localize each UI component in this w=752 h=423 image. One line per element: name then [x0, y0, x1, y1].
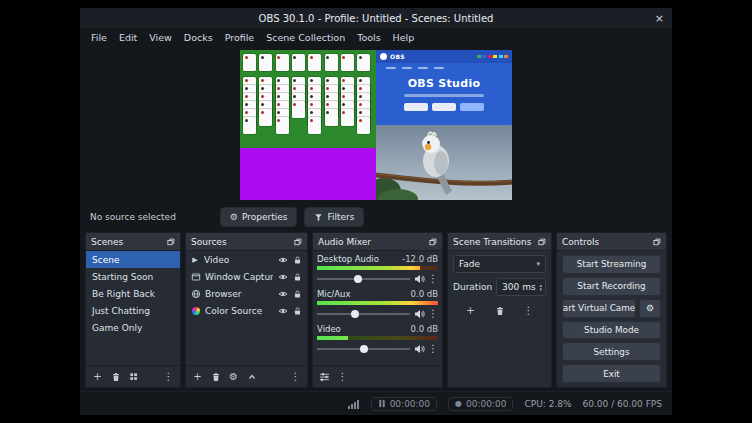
channel-kebab-icon[interactable]: ⋮ — [428, 308, 438, 319]
menu-profile[interactable]: Profile — [219, 30, 261, 45]
source-row-color-source[interactable]: Color Source — [186, 302, 307, 319]
dock-popout-icon[interactable] — [294, 238, 302, 246]
lock-icon[interactable] — [292, 289, 303, 299]
preview-region: OBS OBS Studio — [80, 47, 672, 204]
playing-card — [325, 54, 338, 71]
source-row-browser[interactable]: Browser — [186, 285, 307, 302]
playing-card — [357, 54, 370, 71]
studio-mode-button[interactable]: Studio Mode — [562, 321, 661, 340]
sources-kebab-icon[interactable]: ⋮ — [287, 369, 304, 384]
volume-meter — [317, 336, 438, 340]
scene-grid-mode-icon[interactable] — [125, 369, 142, 384]
dock-popout-icon[interactable] — [538, 238, 546, 246]
channel-volume-db: 0.0 dB — [411, 324, 438, 334]
spin-down-icon[interactable]: ▾ — [539, 287, 542, 291]
solitaire-game-capture — [240, 50, 376, 200]
remove-transition-button[interactable] — [491, 303, 508, 318]
eye-icon[interactable] — [277, 289, 288, 299]
speaker-icon[interactable] — [413, 344, 425, 354]
add-scene-button[interactable]: + — [89, 369, 106, 384]
playing-card — [276, 117, 289, 134]
playing-card — [308, 54, 321, 71]
menu-view[interactable]: View — [143, 30, 178, 45]
scenes-title: Scenes — [91, 237, 123, 247]
slider-handle[interactable] — [354, 275, 362, 283]
recording-timer: ● 00:00:00 — [448, 397, 513, 411]
media-icon: ▶ — [190, 256, 200, 264]
add-source-button[interactable]: + — [189, 369, 206, 384]
start-recording-button[interactable]: Start Recording — [562, 277, 661, 296]
menu-docks[interactable]: Docks — [178, 30, 219, 45]
scenes-kebab-icon[interactable]: ⋮ — [160, 369, 177, 384]
properties-button[interactable]: ⚙ Properties — [220, 207, 298, 227]
pause-icon — [378, 399, 386, 408]
lock-icon[interactable] — [292, 306, 303, 316]
scene-item-starting-soon[interactable]: Starting Soon — [86, 268, 180, 285]
scene-item-game-only[interactable]: Game Only — [86, 319, 180, 336]
scene-item-just-chatting[interactable]: Just Chatting — [86, 302, 180, 319]
source-row-window-capture[interactable]: Window Captur — [186, 268, 307, 285]
eye-icon[interactable] — [277, 255, 288, 265]
playing-card — [341, 109, 354, 126]
channel-kebab-icon[interactable]: ⋮ — [428, 343, 438, 354]
slider-handle[interactable] — [351, 310, 359, 318]
virtual-camera-gear-button[interactable]: ⚙ — [639, 299, 661, 318]
exit-button[interactable]: Exit — [562, 364, 661, 383]
menu-tools[interactable]: Tools — [351, 30, 386, 45]
channel-name: Desktop Audio — [317, 254, 379, 264]
close-button[interactable]: × — [655, 8, 664, 28]
settings-button[interactable]: Settings — [562, 342, 661, 361]
playing-card — [259, 54, 272, 71]
playing-card — [308, 117, 321, 134]
lock-icon[interactable] — [292, 255, 303, 265]
source-properties-gear-icon[interactable]: ⚙ — [225, 369, 242, 384]
preview-canvas[interactable]: OBS OBS Studio — [240, 50, 512, 200]
scene-list: Scene Starting Soon Be Right Back Just C… — [86, 251, 180, 365]
menu-edit[interactable]: Edit — [113, 30, 143, 45]
no-source-selected-label: No source selected — [90, 212, 176, 222]
cpu-usage: CPU: 2.8% — [524, 399, 571, 409]
eye-icon[interactable] — [277, 272, 288, 282]
speaker-icon[interactable] — [413, 274, 425, 284]
remove-scene-button[interactable] — [107, 369, 124, 384]
lock-icon[interactable] — [292, 272, 303, 282]
scene-transitions-panel: Scene Transitions Fade ▾ Duration 300 ms — [447, 232, 552, 388]
channel-kebab-icon[interactable]: ⋮ — [428, 273, 438, 284]
dock-popout-icon[interactable] — [653, 238, 661, 246]
volume-slider[interactable] — [317, 274, 410, 284]
source-list: ▶ Video Window Captur — [186, 251, 307, 365]
remove-source-button[interactable] — [207, 369, 224, 384]
signal-bars-icon — [348, 399, 360, 409]
start-virtual-camera-button[interactable]: Start Virtual Camera — [562, 299, 636, 318]
eye-icon[interactable] — [277, 306, 288, 316]
scene-item-be-right-back[interactable]: Be Right Back — [86, 285, 180, 302]
dock-popout-icon[interactable] — [429, 238, 437, 246]
volume-slider[interactable] — [317, 309, 410, 319]
dock-popout-icon[interactable] — [167, 238, 175, 246]
slider-handle[interactable] — [360, 345, 368, 353]
menu-help[interactable]: Help — [387, 30, 421, 45]
duration-spinner[interactable]: 300 ms ▴ ▾ — [496, 278, 546, 296]
volume-slider[interactable] — [317, 344, 410, 354]
audio-kebab-icon[interactable]: ⋮ — [334, 369, 351, 384]
filters-button[interactable]: Filters — [304, 207, 364, 227]
start-streaming-button[interactable]: Start Streaming — [562, 255, 661, 274]
channel-name: Video — [317, 324, 341, 334]
bird-video-source — [376, 125, 512, 200]
audio-channel-mic: Mic/Aux 0.0 dB — [317, 289, 438, 319]
menu-scene-collection[interactable]: Scene Collection — [260, 30, 351, 45]
obs-window: OBS 30.1.0 - Profile: Untitled - Scenes:… — [80, 8, 672, 415]
playing-card — [276, 54, 289, 71]
move-source-up-icon[interactable] — [243, 369, 260, 384]
transition-kebab-icon[interactable]: ⋮ — [520, 303, 537, 318]
menu-file[interactable]: File — [85, 30, 113, 45]
transition-select[interactable]: Fade ▾ — [453, 255, 546, 273]
source-row-video[interactable]: ▶ Video — [186, 251, 307, 268]
playing-card — [325, 109, 338, 126]
audio-channel-desktop: Desktop Audio -12.0 dB — [317, 254, 438, 284]
playing-card — [292, 101, 305, 118]
advanced-audio-icon[interactable] — [316, 369, 333, 384]
add-transition-button[interactable]: + — [462, 303, 479, 318]
scene-item-scene[interactable]: Scene — [86, 251, 180, 268]
speaker-icon[interactable] — [413, 309, 425, 319]
